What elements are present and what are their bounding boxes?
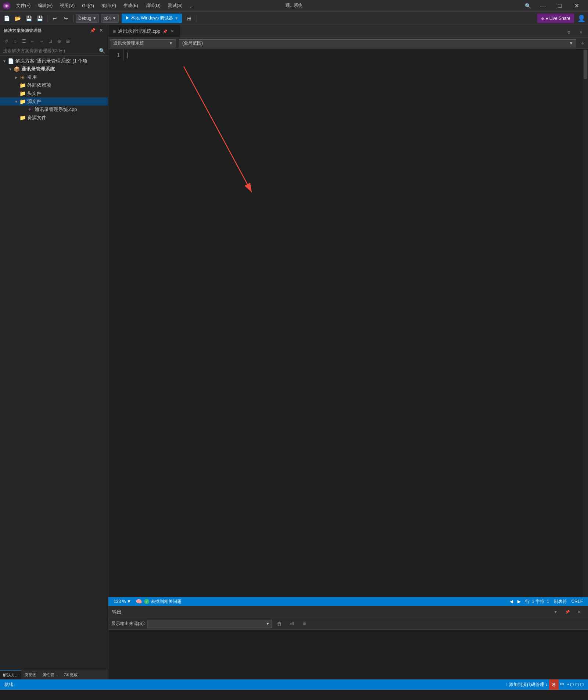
indent-indicator[interactable]: 制表符	[552, 597, 569, 606]
sidebar: 解决方案资源管理器 📌 ✕ ↺ ⌂ ☰ ← → ⊡ ⊕ ⊞ 🔍	[0, 25, 108, 679]
output-dropdown-arrow[interactable]: ▼	[551, 607, 561, 617]
tree-item-external[interactable]: ▶ 📁 外部依赖项	[0, 81, 108, 89]
editor-tab-cpp[interactable]: ⊞ 通讯录管理系统.cpp 📌 ✕	[108, 25, 180, 38]
code-editor[interactable]	[124, 49, 583, 597]
nav-prev-button[interactable]: ◀	[508, 597, 515, 606]
line-col-indicator[interactable]: 行: 1 字符: 1	[523, 597, 552, 606]
tab-close-icon[interactable]: ✕	[169, 28, 175, 34]
platform-dropdown[interactable]: x64 ▼	[101, 14, 118, 23]
input-method-icon[interactable]: S	[549, 679, 558, 690]
sync-button[interactable]: ↺	[2, 37, 10, 45]
cursor-line	[128, 52, 579, 59]
tab-class-view[interactable]: 类视图	[21, 670, 39, 680]
output-pin-button[interactable]: 📌	[562, 607, 573, 617]
source-control-button[interactable]: ↑ 添加到源代码管理 ↓	[504, 679, 549, 690]
error-check-icon: ✓	[144, 599, 149, 604]
code-area: 1	[108, 49, 588, 597]
tree-item-sources[interactable]: ▼ 📁 源文件	[0, 97, 108, 106]
status-no-problems: 未找到相关问题	[151, 599, 182, 605]
output-panel-title: 输出	[112, 609, 122, 615]
scrollbar-thumb[interactable]	[584, 50, 587, 79]
show-all-button[interactable]: ☰	[20, 37, 28, 45]
nav-function-dropdown[interactable]: (全局范围) ▼	[179, 39, 576, 47]
output-source-dropdown[interactable]: ▼	[147, 620, 272, 628]
debug-config-dropdown[interactable]: Debug ▼	[76, 14, 99, 23]
editor-status-bar: 133 % ▼ 🧠 ✓ 未找到相关问题 ◀ ▶ 行: 1 字符: 1 制表符	[108, 597, 588, 606]
status-ready[interactable]: 就绪	[3, 679, 15, 690]
close-button[interactable]: ✕	[568, 0, 585, 12]
headers-label: 头文件	[27, 90, 42, 97]
tab-solution-explorer[interactable]: 解决方...	[0, 670, 21, 680]
bottom-panel: 输出 ▼ 📌 ✕ 显示输出来源(S): ▼ 🗑 ⏎ ⊞	[108, 606, 588, 679]
output-close-button[interactable]: ✕	[574, 607, 584, 617]
menu-file[interactable]: 文件(F)	[13, 1, 33, 10]
tab-properties[interactable]: 属性管...	[39, 670, 61, 680]
ai-assist-icon[interactable]: 🧠	[133, 597, 144, 606]
menu-view[interactable]: 视图(V)	[57, 1, 78, 10]
status-bar: 就绪 ↑ 添加到源代码管理 ↓ S 中 • ⬡ ⬡ ⬡	[0, 679, 588, 690]
line-ending-indicator[interactable]: CRLF	[569, 597, 585, 606]
app-logo	[3, 2, 10, 10]
tree-item-resources[interactable]: ▶ 📁 资源文件	[0, 114, 108, 122]
tab-git-changes[interactable]: Git 更改	[61, 670, 81, 680]
redo-button[interactable]: ↪	[61, 13, 71, 24]
tree-item-project[interactable]: ▼ 📦 通讯录管理系统	[0, 65, 108, 73]
language-indicator[interactable]: 中	[559, 679, 566, 690]
zoom-level[interactable]: 133 % ▼	[111, 597, 133, 606]
nav-next-button[interactable]: ▶	[515, 597, 523, 606]
cpp-file-icon: +	[26, 106, 33, 113]
run-debug-button[interactable]: ▶ 本地 Windows 调试器 ▼	[122, 14, 182, 23]
menu-test[interactable]: 测试(S)	[165, 1, 186, 10]
main-toolbar: 📄 📂 💾 💾 ↩ ↪ Debug ▼ x64 ▼ ▶ 本地 Windows 调…	[0, 12, 588, 25]
editor-area: ⊞ 通讯录管理系统.cpp 📌 ✕ ⚙ ✕ 通讯录管理系统 ▼ (全	[108, 25, 588, 679]
solution-tree: ▼ 📄 解决方案 '通讯录管理系统' (1 个项 ▼ 📦 通讯录管理系统 ▶ ⊞…	[0, 56, 108, 670]
output-clear-button[interactable]: 🗑	[274, 619, 284, 629]
output-area	[108, 630, 588, 679]
maximize-button[interactable]: □	[551, 0, 568, 12]
account-button[interactable]: 👤	[576, 13, 587, 24]
save-button[interactable]: 💾	[24, 13, 34, 24]
minimize-button[interactable]: —	[534, 0, 551, 12]
nav-add-button[interactable]: +	[578, 38, 588, 49]
tree-item-solution[interactable]: ▼ 📄 解决方案 '通讯录管理系统' (1 个项	[0, 57, 108, 65]
menu-more[interactable]: ...	[187, 2, 197, 10]
resources-icon: 📁	[19, 114, 26, 121]
more-sidebar-button[interactable]: ⊕	[55, 37, 63, 45]
output-panel-header: 输出 ▼ 📌 ✕	[108, 606, 588, 618]
nav-scope-dropdown[interactable]: 通讯录管理系统 ▼	[110, 39, 176, 47]
forward-button[interactable]: →	[37, 37, 46, 45]
new-file-button[interactable]: 📄	[1, 13, 12, 24]
back-button[interactable]: ←	[29, 37, 37, 45]
filter-button[interactable]: ⊡	[46, 37, 54, 45]
menu-build[interactable]: 生成(B)	[121, 1, 141, 10]
tree-item-cppfile[interactable]: ▶ + 通讯录管理系统.cpp	[0, 106, 108, 114]
status-indicators[interactable]: • ⬡ ⬡ ⬡	[566, 679, 585, 690]
live-share-button[interactable]: ◆ ♦ Live Share	[537, 14, 574, 23]
tab-pin-icon[interactable]: 📌	[163, 29, 167, 33]
expand-arrow-solution: ▼	[1, 58, 7, 64]
debug-extra-button[interactable]: ⊞	[184, 13, 194, 24]
output-word-wrap-button[interactable]: ⏎	[287, 619, 297, 629]
expand-all-button[interactable]: ⊞	[64, 37, 72, 45]
undo-button[interactable]: ↩	[50, 13, 60, 24]
menu-git[interactable]: Git(G)	[79, 2, 97, 10]
tab-filename: 通讯录管理系统.cpp	[118, 28, 161, 35]
search-input[interactable]	[3, 48, 99, 53]
sidebar-close-button[interactable]: ✕	[98, 27, 104, 34]
search-button[interactable]: 🔍	[523, 1, 533, 11]
sources-label: 源文件	[27, 98, 42, 105]
tab-split-button[interactable]: ⚙	[564, 27, 574, 38]
tab-bar-end: ⚙ ✕	[562, 27, 588, 38]
tree-item-headers[interactable]: ▶ 📁 头文件	[0, 89, 108, 97]
menu-edit[interactable]: 编辑(E)	[35, 1, 55, 10]
menu-project[interactable]: 项目(P)	[98, 1, 119, 10]
home-button[interactable]: ⌂	[11, 37, 19, 45]
sidebar-pin-button[interactable]: 📌	[90, 27, 96, 34]
vertical-scrollbar[interactable]	[583, 49, 588, 597]
tree-item-references[interactable]: ▶ ⊞ 引用	[0, 73, 108, 81]
menu-debug[interactable]: 调试(D)	[143, 1, 164, 10]
tab-close-all-button[interactable]: ✕	[576, 27, 586, 38]
output-expand-button[interactable]: ⊞	[299, 619, 309, 629]
save-all-button[interactable]: 💾	[35, 13, 45, 24]
open-file-button[interactable]: 📂	[12, 13, 23, 24]
